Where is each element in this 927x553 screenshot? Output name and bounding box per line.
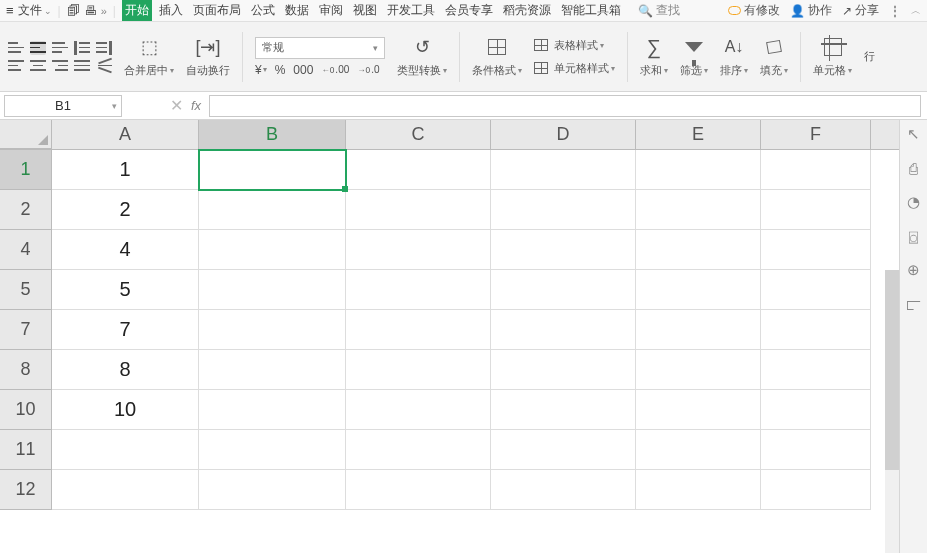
row-header[interactable]: 10: [0, 390, 52, 430]
cell[interactable]: 7: [52, 310, 199, 350]
cell[interactable]: [199, 230, 346, 270]
collapse-ribbon-icon[interactable]: ︿: [911, 4, 921, 18]
cell[interactable]: [346, 230, 491, 270]
cell[interactable]: 1: [52, 150, 199, 190]
cell[interactable]: [491, 310, 636, 350]
col-header-c[interactable]: C: [346, 120, 491, 149]
cell[interactable]: [636, 350, 761, 390]
camera-icon[interactable]: ⌼: [906, 228, 922, 244]
cell-style-button[interactable]: 单元格样式▾: [534, 61, 615, 76]
cell[interactable]: [636, 190, 761, 230]
spreadsheet-grid[interactable]: A B C D E F 11224455778810101112: [0, 120, 899, 553]
sort-icon[interactable]: A↓: [721, 35, 747, 59]
merge-icon[interactable]: ⬚: [136, 35, 162, 59]
cell[interactable]: [491, 390, 636, 430]
row-header[interactable]: 4: [0, 230, 52, 270]
fill-icon[interactable]: [761, 35, 787, 59]
type-convert-button[interactable]: 类型转换▾: [397, 63, 447, 78]
dec-inc-button[interactable]: ←0.00: [321, 64, 349, 75]
row-header[interactable]: 1: [0, 150, 52, 190]
tab-smarttools[interactable]: 智能工具箱: [558, 0, 624, 21]
table-style-button[interactable]: 表格样式▾: [534, 38, 604, 53]
cell[interactable]: 10: [52, 390, 199, 430]
cell[interactable]: [636, 310, 761, 350]
outline-icon[interactable]: ⎙: [906, 160, 922, 176]
cell[interactable]: [636, 430, 761, 470]
file-menu[interactable]: 文件⌄: [18, 2, 52, 19]
cell[interactable]: [761, 270, 871, 310]
sort-button[interactable]: 排序▾: [720, 63, 748, 78]
tab-data[interactable]: 数据: [282, 0, 312, 21]
save-icon[interactable]: 🗐: [67, 3, 80, 18]
number-format-select[interactable]: 常规▾: [255, 37, 385, 59]
indent-dec-icon[interactable]: [74, 41, 90, 55]
cell[interactable]: [636, 390, 761, 430]
cell[interactable]: [346, 470, 491, 510]
tab-formula[interactable]: 公式: [248, 0, 278, 21]
cell[interactable]: [761, 350, 871, 390]
cell[interactable]: 4: [52, 230, 199, 270]
cell[interactable]: [761, 470, 871, 510]
cell[interactable]: [199, 150, 346, 190]
cell[interactable]: [346, 270, 491, 310]
cell[interactable]: 5: [52, 270, 199, 310]
tab-layout[interactable]: 页面布局: [190, 0, 244, 21]
collab-button[interactable]: 👤协作: [790, 2, 832, 19]
cell[interactable]: 8: [52, 350, 199, 390]
dec-dec-button[interactable]: →0.0: [357, 64, 379, 75]
cell[interactable]: [761, 310, 871, 350]
cell[interactable]: [636, 270, 761, 310]
tab-review[interactable]: 审阅: [316, 0, 346, 21]
rows-button[interactable]: 行: [864, 49, 875, 64]
cell[interactable]: [761, 150, 871, 190]
cell[interactable]: [491, 350, 636, 390]
cond-fmt-icon[interactable]: [484, 35, 510, 59]
align-bottom-icon[interactable]: [52, 41, 68, 55]
cell[interactable]: [346, 390, 491, 430]
align-right-icon[interactable]: [52, 59, 68, 73]
cell[interactable]: [52, 470, 199, 510]
cond-fmt-button[interactable]: 条件格式▾: [472, 63, 522, 78]
row-header[interactable]: 11: [0, 430, 52, 470]
col-header-b[interactable]: B: [199, 120, 346, 149]
cell[interactable]: [761, 230, 871, 270]
cell[interactable]: [761, 430, 871, 470]
percent-button[interactable]: %: [275, 63, 286, 77]
cell[interactable]: [346, 190, 491, 230]
cell[interactable]: [199, 270, 346, 310]
more-icon[interactable]: ⋮: [889, 4, 901, 18]
globe-icon[interactable]: ⊕: [906, 262, 922, 278]
cell[interactable]: [491, 470, 636, 510]
col-header-e[interactable]: E: [636, 120, 761, 149]
cursor-icon[interactable]: ↖: [906, 126, 922, 142]
cell[interactable]: [491, 190, 636, 230]
tab-view[interactable]: 视图: [350, 0, 380, 21]
tab-member[interactable]: 会员专享: [442, 0, 496, 21]
tab-docer[interactable]: 稻壳资源: [500, 0, 554, 21]
col-header-f[interactable]: F: [761, 120, 871, 149]
cell[interactable]: [491, 270, 636, 310]
tab-dev[interactable]: 开发工具: [384, 0, 438, 21]
justify-icon[interactable]: [74, 59, 90, 73]
cell[interactable]: [491, 430, 636, 470]
sum-icon[interactable]: ∑: [641, 35, 667, 59]
filter-icon[interactable]: [681, 35, 707, 59]
formula-input[interactable]: [209, 95, 921, 117]
cell[interactable]: [346, 430, 491, 470]
fill-button[interactable]: 填充▾: [760, 63, 788, 78]
sum-button[interactable]: 求和▾: [640, 63, 668, 78]
clock-icon[interactable]: ◔: [906, 194, 922, 210]
wrap-icon[interactable]: [⇥]: [195, 35, 221, 59]
col-header-d[interactable]: D: [491, 120, 636, 149]
cloud-changes[interactable]: 有修改: [728, 2, 780, 19]
row-header[interactable]: 8: [0, 350, 52, 390]
cells-icon[interactable]: [820, 35, 846, 59]
row-header[interactable]: 5: [0, 270, 52, 310]
chart-icon[interactable]: ⫍: [906, 296, 922, 312]
cell[interactable]: 2: [52, 190, 199, 230]
indent-inc-icon[interactable]: [96, 41, 112, 55]
merge-button[interactable]: 合并居中▾: [124, 63, 174, 78]
row-header[interactable]: 12: [0, 470, 52, 510]
col-header-a[interactable]: A: [52, 120, 199, 149]
cell[interactable]: [636, 230, 761, 270]
